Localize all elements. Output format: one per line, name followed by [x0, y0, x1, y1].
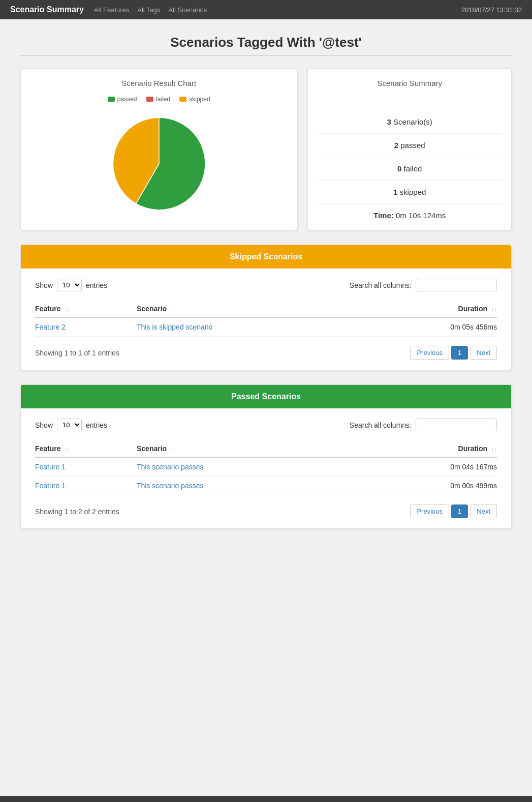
- skipped-show-entries: Show 10 25 50 entries: [35, 279, 107, 291]
- skipped-panel: Skipped Scenarios Show 10 25 50 entries …: [20, 245, 512, 370]
- skipped-pagination-row: Showing 1 to 1 of 1 entries Previous 1 N…: [35, 346, 497, 360]
- passed-row-scenario: This scenario passes: [137, 457, 368, 477]
- passed-col-scenario[interactable]: Scenario ↑↓: [137, 440, 368, 457]
- legend-failed: failed: [146, 96, 171, 103]
- passed-prev-button[interactable]: Previous: [410, 504, 449, 518]
- skipped-row-scenario: This is skipped scenario: [137, 317, 368, 337]
- passed-row-duration: 0m 00s 499ms: [367, 477, 497, 495]
- scenario-link[interactable]: This scenario passes: [137, 463, 204, 471]
- pie-chart: [108, 113, 210, 215]
- passed-table-controls: Show 10 25 50 entries Search all columns…: [35, 419, 497, 431]
- skipped-search-input[interactable]: [416, 279, 497, 291]
- passed-show-label: Show: [35, 421, 53, 429]
- table-row: Feature 1 This scenario passes 0m 04s 16…: [35, 457, 497, 477]
- page-title: Scenarios Tagged With '@test': [20, 35, 512, 50]
- passed-pagination-row: Showing 1 to 2 of 2 entries Previous 1 N…: [35, 504, 497, 518]
- passed-table-header-row: Feature ↑↓ Scenario ↑↓ Duration ↑↓: [35, 440, 497, 457]
- passed-entries-label: entries: [86, 421, 107, 429]
- passed-show-entries: Show 10 25 50 entries: [35, 419, 107, 431]
- feature-link[interactable]: Feature 2: [35, 323, 66, 331]
- legend-passed: passed: [108, 96, 137, 103]
- skipped-next-button[interactable]: Next: [470, 346, 497, 360]
- legend-passed-label: passed: [117, 96, 137, 103]
- main-content: Scenarios Tagged With '@test' Scenario R…: [0, 19, 532, 796]
- nav-all-scenarios[interactable]: All Scenarios: [168, 6, 207, 14]
- summary-passed: 2 passed: [318, 134, 501, 157]
- nav-all-tags[interactable]: All Tags: [137, 6, 160, 14]
- feature-sort-icon: ↑↓: [65, 306, 70, 312]
- summary-failed-label: failed: [404, 164, 422, 173]
- passed-pagination: Previous 1 Next: [410, 504, 497, 518]
- summary-skipped: 1 skipped: [318, 181, 501, 204]
- summary-passed-value: 2: [394, 141, 398, 150]
- skipped-row-duration: 0m 05s 456ms: [367, 317, 497, 337]
- skipped-col-scenario[interactable]: Scenario ↑↓: [137, 301, 368, 317]
- skipped-show-label: Show: [35, 281, 53, 289]
- passed-next-button[interactable]: Next: [470, 504, 497, 518]
- app-header: Scenario Summary All Features All Tags A…: [0, 0, 532, 19]
- summary-total: 3 Scenario(s): [318, 110, 501, 134]
- passed-row-feature: Feature 1: [35, 457, 137, 477]
- scenario-link[interactable]: This is skipped scenario: [137, 323, 212, 331]
- chart-title: Scenario Result Chart: [31, 79, 287, 87]
- passed-duration-sort-icon: ↑↓: [491, 446, 497, 452]
- title-divider: [20, 55, 512, 56]
- passed-body: Show 10 25 50 entries Search all columns…: [21, 408, 511, 528]
- passed-header: Passed Scenarios: [21, 385, 511, 408]
- passed-row-feature: Feature 1: [35, 477, 137, 495]
- scenario-link[interactable]: This scenario passes: [137, 482, 204, 490]
- summary-stats: 3 Scenario(s) 2 passed 0 failed 1 skippe…: [318, 96, 501, 236]
- pie-container: [31, 108, 287, 220]
- skipped-table: Feature ↑↓ Scenario ↑↓ Duration ↑↓: [35, 301, 497, 337]
- legend-passed-dot: [108, 97, 115, 102]
- passed-col-feature[interactable]: Feature ↑↓: [35, 440, 137, 457]
- skipped-row-feature: Feature 2: [35, 317, 137, 337]
- app-footer: Generated by Cluecumber Report Plugin [1…: [0, 796, 532, 802]
- passed-row-duration: 0m 04s 167ms: [367, 457, 497, 477]
- summary-skipped-value: 1: [393, 188, 397, 196]
- feature-link[interactable]: Feature 1: [35, 482, 66, 490]
- skipped-entries-select[interactable]: 10 25 50: [57, 279, 82, 291]
- skipped-prev-button[interactable]: Previous: [410, 346, 449, 360]
- feature-link[interactable]: Feature 1: [35, 463, 66, 471]
- nav-all-features[interactable]: All Features: [94, 6, 129, 14]
- passed-col-duration[interactable]: Duration ↑↓: [367, 440, 497, 457]
- skipped-header: Skipped Scenarios: [21, 245, 511, 269]
- skipped-page-1-button[interactable]: 1: [451, 346, 468, 360]
- summary-passed-label: passed: [400, 141, 425, 150]
- skipped-search-col: Search all columns:: [350, 279, 497, 291]
- skipped-col-feature[interactable]: Feature ↑↓: [35, 301, 137, 317]
- passed-panel: Passed Scenarios Show 10 25 50 entries S…: [20, 384, 512, 529]
- summary-total-label: Scenario(s): [393, 117, 432, 126]
- skipped-table-controls: Show 10 25 50 entries Search all columns…: [35, 279, 497, 291]
- legend-skipped: skipped: [179, 96, 210, 103]
- passed-search-input[interactable]: [416, 419, 497, 431]
- legend-failed-dot: [146, 97, 153, 102]
- chart-legend: passed failed skipped: [31, 96, 287, 103]
- header-left: Scenario Summary All Features All Tags A…: [10, 5, 213, 14]
- table-row: Feature 1 This scenario passes 0m 00s 49…: [35, 477, 497, 495]
- summary-time-value: 0m 10s 124ms: [396, 211, 446, 220]
- legend-skipped-dot: [179, 97, 186, 102]
- stats-row: Scenario Result Chart passed failed skip…: [20, 68, 512, 230]
- skipped-pagination: Previous 1 Next: [410, 346, 497, 360]
- passed-search-label: Search all columns:: [350, 421, 412, 429]
- skipped-search-label: Search all columns:: [350, 281, 412, 289]
- skipped-col-duration[interactable]: Duration ↑↓: [367, 301, 497, 317]
- passed-showing-text: Showing 1 to 2 of 2 entries: [35, 508, 119, 516]
- app-brand: Scenario Summary: [10, 5, 84, 14]
- passed-row-scenario: This scenario passes: [137, 477, 368, 495]
- skipped-entries-label: entries: [86, 281, 107, 289]
- passed-page-1-button[interactable]: 1: [451, 504, 468, 518]
- header-nav: All Features All Tags All Scenarios: [94, 6, 213, 14]
- summary-failed: 0 failed: [318, 157, 501, 181]
- summary-total-value: 3: [387, 117, 391, 126]
- passed-entries-select[interactable]: 10 25 50: [57, 419, 82, 431]
- legend-failed-label: failed: [156, 96, 171, 103]
- header-timestamp: 2018/07/27 13:31:32: [461, 6, 522, 14]
- summary-card-title: Scenario Summary: [318, 79, 501, 87]
- legend-skipped-label: skipped: [189, 96, 210, 103]
- passed-search-col: Search all columns:: [350, 419, 497, 431]
- skipped-table-header-row: Feature ↑↓ Scenario ↑↓ Duration ↑↓: [35, 301, 497, 317]
- passed-scenario-sort-icon: ↑↓: [171, 446, 176, 452]
